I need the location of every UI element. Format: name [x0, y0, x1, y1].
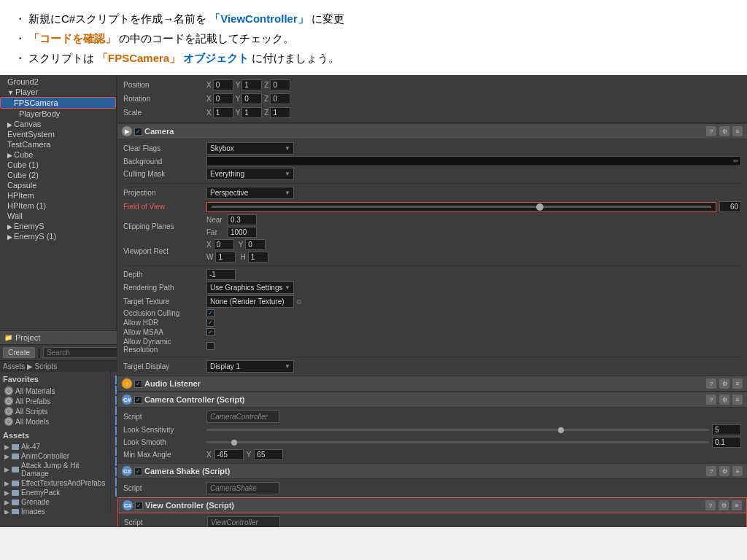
audio-menu-btn[interactable]: ≡ — [732, 378, 743, 389]
look-smooth-input[interactable] — [712, 437, 741, 448]
fov-value-input[interactable] — [719, 201, 741, 212]
target-display-dropdown[interactable]: Display 1 ▼ — [206, 360, 294, 373]
viewport-h[interactable] — [248, 252, 268, 262]
hierarchy-item-cube1[interactable]: Cube (1) — [0, 160, 116, 170]
allow-hdr-checkbox[interactable] — [206, 319, 214, 327]
hierarchy-item-wall[interactable]: Wall — [0, 211, 116, 221]
min-angle-input[interactable] — [214, 449, 244, 460]
hierarchy-item-ground2[interactable]: Ground2 — [0, 77, 116, 87]
asset-enemypack[interactable]: ▶ EnemyPack — [3, 488, 107, 497]
look-smooth-slider[interactable] — [206, 441, 709, 443]
camera-controller-checkbox[interactable] — [134, 396, 142, 404]
hierarchy-item-testcamera[interactable]: TestCamera — [0, 139, 116, 149]
culling-mask-dropdown[interactable]: Everything ▼ — [206, 168, 294, 180]
fav-all-scripts[interactable]: ◯ All Scripts — [3, 406, 107, 416]
clear-flags-dropdown[interactable]: Skybox ▼ — [206, 142, 294, 155]
project-icon: 📁 — [4, 334, 12, 341]
hierarchy-item-playerbody[interactable]: PlayerBody — [0, 109, 116, 119]
audio-settings-btn[interactable]: ⚙ — [719, 378, 729, 389]
background-color-field[interactable]: ✏ — [206, 156, 741, 166]
camera-component-header[interactable]: ▶ Camera ? ⚙ ≡ — [117, 123, 747, 139]
camera-enabled-checkbox[interactable] — [134, 128, 142, 136]
rotation-x[interactable] — [213, 93, 233, 104]
all-models-icon: ◯ — [4, 417, 13, 426]
bullet-3: スクリプトは 「FPSCamera」 オブジェクト に付けましょう。 — [15, 48, 732, 68]
fav-all-models[interactable]: ◯ All Models — [3, 416, 107, 427]
asset-grenade[interactable]: ▶ Grenade — [3, 497, 107, 507]
hierarchy-item-canvas[interactable]: ▶Canvas — [0, 119, 116, 129]
camera-component-title: Camera — [144, 127, 706, 136]
asset-ak47[interactable]: ▶ Ak-47 — [3, 442, 107, 451]
viewport-x[interactable] — [214, 239, 234, 250]
instructions-panel: 新規にC#スクリプトを作成→名前を 「ViewController」 に変更 「… — [0, 0, 747, 75]
hierarchy-item-player[interactable]: ▼Player — [0, 87, 116, 97]
hierarchy-item-cube2[interactable]: Cube (2) — [0, 170, 116, 180]
asset-attack[interactable]: ▶ Attack Jump & Hit Damage — [3, 461, 107, 478]
max-angle-input[interactable] — [254, 449, 283, 460]
cs-menu-btn[interactable]: ≡ — [732, 466, 743, 476]
cs-info-btn[interactable]: ? — [706, 466, 716, 476]
camera-info-btn[interactable]: ? — [706, 126, 716, 136]
view-controller-header[interactable]: C# View Controller (Script) ? ⚙ ≡ — [117, 497, 747, 513]
vc-info-btn[interactable]: ? — [705, 500, 716, 510]
scale-y[interactable] — [241, 107, 262, 118]
position-y[interactable] — [241, 79, 262, 90]
hierarchy-item-enemys[interactable]: ▶EnemyS — [0, 221, 116, 231]
view-controller-checkbox[interactable] — [135, 502, 143, 510]
asset-animcontroller[interactable]: ▶ AnimController — [3, 451, 107, 461]
vc-settings-btn[interactable]: ⚙ — [719, 500, 729, 510]
hierarchy-item-capsule[interactable]: Capsule — [0, 180, 116, 190]
occlusion-checkbox[interactable] — [206, 309, 214, 317]
scale-x[interactable] — [213, 107, 233, 118]
camera-controller-header[interactable]: C# Camera Controller (Script) ? ⚙ ≡ — [117, 392, 747, 408]
vc-menu-btn[interactable]: ≡ — [732, 500, 742, 510]
audio-info-btn[interactable]: ? — [706, 378, 716, 389]
near-clip-input[interactable] — [228, 214, 257, 225]
audio-listener-checkbox[interactable] — [134, 380, 142, 388]
position-x[interactable] — [213, 79, 233, 90]
look-sensitivity-slider[interactable] — [206, 429, 709, 431]
scale-row: Scale X Y Z — [123, 106, 741, 120]
hierarchy-item-hpitem1[interactable]: HPItem (1) — [0, 201, 116, 211]
cc-settings-btn[interactable]: ⚙ — [719, 394, 729, 405]
fov-slider[interactable] — [206, 202, 716, 212]
dropdown-arrow-icon: ▼ — [285, 145, 290, 152]
asset-images[interactable]: ▶ Images — [3, 507, 107, 514]
scale-z[interactable] — [270, 107, 290, 118]
camera-menu-btn[interactable]: ≡ — [732, 126, 743, 136]
depth-input[interactable] — [206, 269, 236, 280]
hierarchy-item-enemys1[interactable]: ▶EnemyS (1) — [0, 231, 116, 241]
target-texture-dropdown[interactable]: None (Render Texture) — [206, 295, 294, 308]
allow-dynamic-checkbox[interactable] — [206, 342, 214, 350]
far-clip-input[interactable] — [228, 227, 257, 238]
create-button[interactable]: Create — [3, 347, 35, 358]
cc-menu-btn[interactable]: ≡ — [732, 394, 743, 405]
hierarchy-item-cube[interactable]: ▶Cube — [0, 149, 116, 160]
camera-settings-btn[interactable]: ⚙ — [719, 126, 729, 136]
hierarchy-item-fpscamera[interactable]: FPSCamera — [0, 97, 116, 109]
folder-icon — [12, 467, 19, 472]
camera-shake-header[interactable]: C# Camera Shake (Script) ? ⚙ ≡ — [117, 463, 747, 479]
asset-effects[interactable]: ▶ EffectTexturesAndPrefabs — [3, 478, 107, 488]
fov-slider-thumb[interactable] — [536, 203, 543, 211]
hierarchy-item-hpitem[interactable]: HPItem — [0, 190, 116, 201]
cc-info-btn[interactable]: ? — [706, 394, 716, 405]
rotation-z[interactable] — [270, 93, 290, 104]
rotation-y[interactable] — [241, 93, 262, 104]
position-z[interactable] — [270, 79, 290, 90]
sensitivity-thumb[interactable] — [558, 427, 564, 433]
cs-settings-btn[interactable]: ⚙ — [719, 466, 729, 476]
look-smooth-thumb[interactable] — [231, 440, 237, 446]
project-header: 📁 Project — [0, 331, 117, 345]
viewport-w[interactable] — [215, 252, 236, 262]
fav-all-prefabs[interactable]: ◯ All Prefabs — [3, 396, 107, 406]
look-sensitivity-input[interactable] — [712, 424, 741, 435]
fav-all-materials[interactable]: ◯ All Materials — [3, 386, 107, 396]
audio-listener-header[interactable]: ♪ Audio Listener ? ⚙ ≡ — [117, 376, 747, 392]
camera-shake-checkbox[interactable] — [134, 467, 142, 475]
viewport-y[interactable] — [245, 239, 266, 250]
projection-dropdown[interactable]: Perspective ▼ — [206, 187, 294, 199]
allow-msaa-checkbox[interactable] — [206, 328, 214, 336]
rendering-path-dropdown[interactable]: Use Graphics Settings ▼ — [206, 281, 294, 294]
hierarchy-item-eventsystem[interactable]: EventSystem — [0, 129, 116, 139]
